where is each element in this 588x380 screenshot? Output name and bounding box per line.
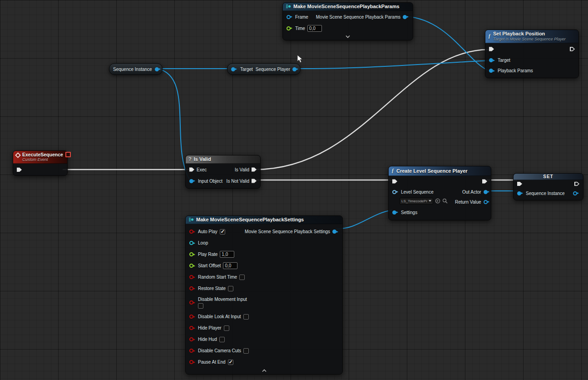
node-title: ExecuteSequence — [22, 152, 63, 157]
hide-hud-checkbox[interactable] — [219, 337, 225, 342]
start-offset-pin[interactable] — [189, 264, 193, 268]
disable-look-at-input-checkbox[interactable] — [243, 314, 249, 320]
return-value-label: Return Value — [455, 200, 481, 205]
time-pin[interactable] — [287, 26, 291, 30]
restore-state-pin[interactable] — [189, 286, 193, 290]
is-not-valid-exec-out-pin[interactable] — [252, 179, 257, 184]
settings-out-pin[interactable] — [332, 230, 336, 234]
disable-movement-input-checkbox[interactable] — [198, 303, 203, 309]
sequence-instance-label: Sequence Instance — [526, 191, 565, 196]
node-header[interactable]: ExecuteSequence Custom Event — [13, 151, 67, 164]
start-offset-label: Start Offset — [198, 263, 221, 268]
node-set-playback-position[interactable]: ƒ Set Playback Position Target is Movie … — [485, 30, 579, 78]
hide-hud-pin[interactable] — [189, 337, 193, 341]
disable-camera-cuts-checkbox[interactable] — [243, 348, 249, 354]
make-struct-icon — [286, 4, 291, 9]
out-actor-pin[interactable] — [484, 190, 488, 194]
disable-camera-cuts-pin[interactable] — [189, 349, 193, 353]
delegate-pin[interactable] — [65, 152, 71, 157]
node-make-playback-settings[interactable]: Make MovieSceneSequencePlaybackSettings … — [185, 215, 343, 375]
exec-in-pin[interactable] — [489, 46, 494, 51]
exec-out-pin[interactable] — [570, 46, 575, 51]
level-sequence-label: Level Sequence — [401, 190, 434, 195]
node-create-level-sequence-player[interactable]: ƒ Create Level Sequence Player Level Seq… — [388, 166, 491, 220]
playback-params-pin[interactable] — [489, 69, 493, 73]
expand-chevron[interactable] — [186, 368, 342, 374]
disable-movement-input-pin[interactable] — [189, 300, 193, 305]
chevron-down-icon — [345, 35, 351, 38]
time-input[interactable] — [307, 25, 322, 32]
pause-at-end-checkbox[interactable] — [228, 360, 233, 365]
target-pin-label: Target — [240, 67, 253, 72]
function-icon: ƒ — [488, 33, 491, 40]
random-start-time-checkbox[interactable] — [239, 275, 245, 280]
target-pin[interactable] — [231, 67, 235, 71]
node-header[interactable]: SET — [514, 174, 583, 180]
make-struct-icon — [188, 217, 194, 222]
loop-label: Loop — [198, 240, 208, 245]
pause-at-end-label: Pause At End — [198, 360, 226, 365]
target-pin[interactable] — [489, 58, 493, 62]
collapse-chevron[interactable] — [283, 34, 413, 40]
random-start-time-pin[interactable] — [189, 275, 193, 279]
sequence-instance-out-pin[interactable] — [573, 191, 577, 195]
input-object-pin[interactable] — [189, 179, 193, 183]
use-selected-icon[interactable] — [435, 198, 440, 204]
sequence-instance-in-pin[interactable] — [517, 191, 521, 195]
node-is-valid[interactable]: ? Is Valid Exec Is Valid Input Object Is… — [185, 155, 261, 189]
frame-pin-label: Frame — [295, 15, 308, 20]
browse-icon[interactable] — [442, 198, 448, 204]
exec-in-pin[interactable] — [517, 181, 522, 186]
disable-camera-cuts-label: Disable Camera Cuts — [198, 348, 241, 353]
node-header[interactable]: ƒ Set Playback Position Target is Movie … — [485, 30, 578, 43]
exec-in-pin[interactable] — [392, 179, 397, 184]
play-rate-input[interactable] — [220, 251, 234, 258]
disable-look-at-input-pin[interactable] — [189, 315, 193, 319]
node-header[interactable]: Make MovieSceneSequencePlaybackSettings — [186, 216, 342, 224]
node-set-sequence-instance[interactable]: SET Sequence Instance — [513, 173, 583, 200]
hide-player-label: Hide Player — [198, 325, 222, 330]
target-pin-label: Target — [498, 58, 510, 63]
loop-pin[interactable] — [189, 241, 193, 245]
hide-player-checkbox[interactable] — [224, 325, 229, 331]
exec-in-label: Exec — [197, 167, 207, 172]
auto-play-checkbox[interactable] — [220, 229, 225, 235]
out-actor-label: Out Actor — [462, 190, 481, 195]
node-make-playback-params[interactable]: Make MovieSceneSequencePlaybackParams Fr… — [282, 2, 413, 40]
auto-play-label: Auto Play — [198, 229, 217, 234]
question-icon: ? — [188, 156, 192, 162]
auto-play-pin[interactable] — [189, 230, 193, 234]
hide-player-pin[interactable] — [189, 326, 193, 330]
is-not-valid-out-label: Is Not Valid — [227, 179, 249, 184]
play-rate-pin[interactable] — [189, 252, 193, 256]
node-execute-sequence-event[interactable]: ExecuteSequence Custom Event — [13, 150, 68, 176]
pause-at-end-pin[interactable] — [189, 360, 193, 364]
exec-in-pin[interactable] — [189, 167, 194, 172]
sequence-instance-out-pin[interactable] — [155, 67, 159, 71]
is-valid-exec-out-pin[interactable] — [252, 167, 257, 172]
node-title: SET — [543, 174, 553, 179]
node-subtitle: Custom Event — [22, 157, 63, 162]
start-offset-input[interactable] — [223, 262, 237, 269]
node-title: Make MovieSceneSequencePlaybackParams — [293, 4, 400, 9]
combo-arrow-icon — [429, 200, 431, 202]
hide-hud-label: Hide Hud — [198, 337, 217, 342]
node-header[interactable]: Make MovieSceneSequencePlaybackParams — [283, 3, 413, 11]
node-get-sequence-instance[interactable]: Sequence Instance — [109, 63, 163, 75]
level-sequence-pin[interactable] — [392, 190, 396, 194]
sequence-player-out-pin[interactable] — [292, 67, 296, 71]
asset-picker-value: LS_TimecodePr — [401, 199, 427, 203]
exec-out-pin[interactable] — [574, 181, 579, 186]
params-out-pin[interactable] — [403, 15, 407, 19]
node-header[interactable]: ƒ Create Level Sequence Player — [389, 166, 491, 176]
exec-out-pin[interactable] — [482, 179, 487, 184]
asset-picker-dropdown[interactable]: LS_TimecodePr — [400, 198, 433, 205]
exec-out-pin[interactable] — [17, 167, 22, 172]
node-get-sequence-player[interactable]: Target Sequence Player — [227, 63, 301, 75]
node-header[interactable]: ? Is Valid — [186, 155, 260, 164]
restore-state-checkbox[interactable] — [228, 286, 233, 291]
node-title: Is Valid — [194, 156, 211, 162]
settings-pin[interactable] — [392, 210, 396, 215]
frame-pin[interactable] — [287, 15, 291, 19]
return-value-pin[interactable] — [484, 200, 488, 204]
